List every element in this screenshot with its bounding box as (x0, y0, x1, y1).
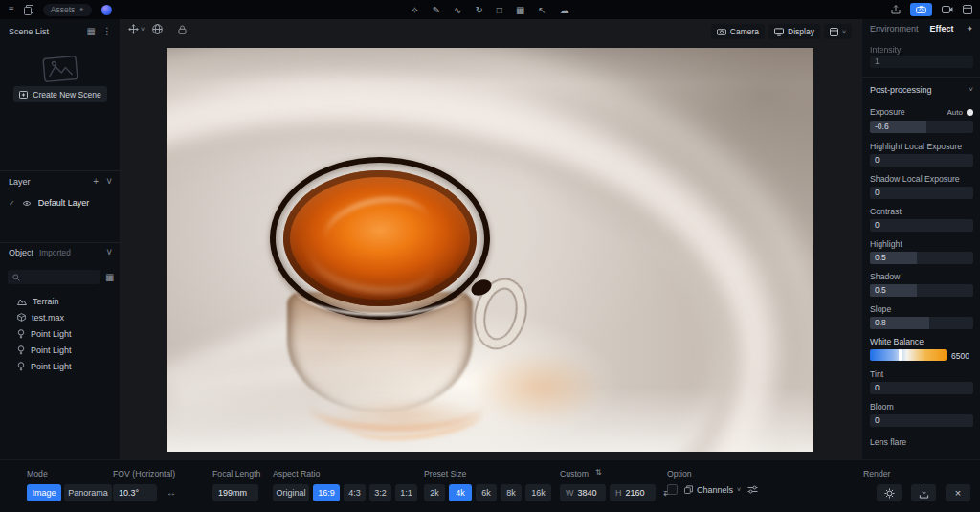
display-button[interactable]: Display (768, 24, 820, 39)
mode-image-button[interactable]: Image (27, 484, 61, 501)
custom-width-input[interactable]: W 3840 (560, 484, 606, 501)
create-new-scene-button[interactable]: Create New Scene (13, 86, 107, 102)
object-name: Point Light (31, 329, 72, 339)
exposure-label: Exposure (870, 107, 905, 117)
field-label: Contrast (870, 207, 902, 216)
tab-effect[interactable]: Effect (930, 24, 954, 33)
chevron-down-icon: ˅ (737, 486, 741, 493)
layer-check-icon: ✓ (9, 199, 15, 208)
exposure-auto-toggle[interactable] (967, 109, 973, 116)
aspect-16-9-button[interactable]: 16:9 (313, 484, 340, 501)
assets-button[interactable]: Assets ✦ (43, 4, 92, 16)
object-row-terrain[interactable]: Terrain (0, 293, 121, 309)
preset-4k-button[interactable]: 4k (449, 484, 472, 501)
fit-width-icon[interactable]: ↔ (167, 488, 176, 498)
focal-length-input[interactable]: 199mm (212, 484, 258, 501)
slope-slider[interactable]: 0.8 (870, 317, 973, 329)
field-value: 0.5 (870, 285, 886, 295)
layer-visibility-icon[interactable] (22, 200, 32, 207)
preset-2k-button[interactable]: 2k (424, 484, 445, 501)
post-processing-collapse-icon[interactable]: ˅ (969, 86, 973, 94)
view-options-dropdown[interactable]: ˅ (824, 24, 852, 39)
aspect-3-2-button[interactable]: 3:2 (369, 484, 391, 501)
transform-tool-dropdown[interactable]: ˅ (128, 24, 145, 34)
field-value: 0 (870, 188, 880, 197)
lock-icon[interactable] (178, 25, 187, 34)
aspect-original-button[interactable]: Original (273, 484, 309, 501)
field-label: Highlight (870, 239, 902, 249)
channels-dropdown[interactable]: Channels ˅ (684, 485, 741, 495)
scene-more-icon[interactable]: ⋮ (102, 27, 112, 36)
object-collapse-icon[interactable]: ˅ (106, 248, 112, 257)
left-sidebar: Scene List ▦ ⋮ Create New Scene Layer + … (0, 19, 121, 459)
add-layer-icon[interactable]: + (93, 177, 99, 187)
point-light-icon (17, 345, 25, 355)
panel-box-icon[interactable] (963, 5, 972, 14)
custom-updown-icon[interactable]: ⇅ (595, 469, 602, 477)
tool-light-icon[interactable]: ✧ (411, 5, 418, 15)
object-row-light-1[interactable]: Point Light (0, 325, 121, 342)
tool-select-icon[interactable]: ↖ (538, 5, 546, 15)
export-button[interactable] (911, 484, 936, 501)
object-row-light-2[interactable]: Point Light (0, 342, 121, 358)
field-label: Shadow (870, 272, 900, 281)
menu-icon[interactable]: ≡ (9, 5, 14, 14)
mode-panorama-button[interactable]: Panorama (64, 484, 112, 501)
avatar[interactable] (101, 5, 112, 15)
intensity-value: 1 (870, 56, 880, 66)
render-settings-bar: Mode Image Panorama FOV (Horizontal) 10.… (0, 459, 980, 512)
world-space-icon[interactable] (152, 24, 163, 34)
create-new-scene-label: Create New Scene (33, 90, 100, 100)
layer-collapse-icon[interactable]: ˅ (106, 177, 112, 187)
field-label: Shadow Local Exposure (870, 174, 960, 184)
fov-input[interactable]: 10.3° (113, 484, 157, 501)
tint-slider[interactable]: 0 (870, 382, 973, 394)
channels-label: Channels (697, 485, 733, 495)
object-row-light-3[interactable]: Point Light (0, 358, 121, 374)
tool-cloud-icon[interactable]: ☁ (560, 5, 569, 15)
video-icon[interactable] (942, 6, 953, 13)
custom-height-input[interactable]: H 2160 (610, 484, 656, 501)
tab-environment[interactable]: Environment (870, 24, 919, 33)
aspect-1-1-button[interactable]: 1:1 (395, 484, 417, 501)
object-search-input[interactable] (8, 270, 100, 284)
highlight-local-exposure-slider[interactable]: 0 (870, 154, 973, 167)
white-balance-handle[interactable] (899, 349, 902, 361)
tool-model-icon[interactable]: □ (497, 5, 502, 15)
object-grid-view-icon[interactable]: ▦ (105, 273, 114, 282)
field-value: 0 (870, 155, 880, 165)
object-row-mesh[interactable]: test.max (0, 309, 121, 325)
highlight-slider[interactable]: 0.5 (870, 252, 973, 264)
viewport: ˅ Camera Display ˅ (121, 19, 861, 459)
tune-icon[interactable] (747, 485, 758, 494)
layer-row-default[interactable]: ✓ Default Layer (0, 198, 121, 208)
exposure-slider[interactable]: -0.6 (870, 121, 973, 133)
preset-6k-button[interactable]: 6k (476, 484, 497, 501)
magic-wand-icon[interactable]: ✦ (966, 24, 973, 33)
tool-pen-icon[interactable]: ✎ (433, 5, 440, 15)
aspect-4-3-button[interactable]: 4:3 (344, 484, 366, 501)
scenes-panel-icon[interactable] (24, 5, 33, 15)
preset-16k-button[interactable]: 16k (525, 484, 551, 501)
close-button[interactable]: × (946, 484, 970, 501)
tool-orbit-icon[interactable]: ↻ (475, 5, 482, 15)
tool-curve-icon[interactable]: ∿ (454, 5, 461, 15)
object-filter-label[interactable]: Imported (39, 248, 71, 257)
tool-material-icon[interactable]: ▦ (516, 5, 524, 15)
render-settings-button[interactable] (877, 484, 902, 501)
render-camera-icon[interactable] (910, 3, 932, 16)
white-balance-slider[interactable] (870, 349, 947, 361)
shadow-local-exposure-slider[interactable]: 0 (870, 187, 973, 199)
lens-flare-label: Lens flare (870, 437, 906, 447)
bloom-slider[interactable]: 0 (870, 414, 973, 427)
contrast-slider[interactable]: 0 (870, 219, 973, 232)
preset-8k-button[interactable]: 8k (501, 484, 522, 501)
scene-grid-toggle-icon[interactable]: ▦ (87, 27, 96, 36)
intensity-input[interactable]: 1 (870, 56, 973, 68)
viewport-canvas[interactable] (167, 48, 813, 452)
camera-view-button[interactable]: Camera (711, 24, 765, 39)
option-checkbox[interactable] (667, 484, 678, 495)
shadow-slider[interactable]: 0.5 (870, 284, 973, 297)
share-icon[interactable] (891, 5, 901, 14)
field-value: 0 (870, 220, 880, 230)
